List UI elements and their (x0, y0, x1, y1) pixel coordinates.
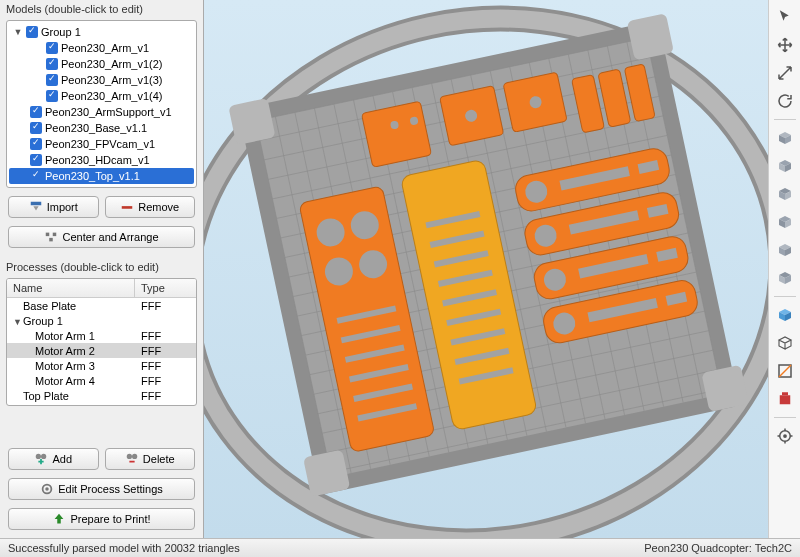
rotate-tool[interactable] (772, 88, 798, 114)
tree-item[interactable]: Peon230_Arm_v1(3) (9, 72, 194, 88)
delete-icon (125, 452, 139, 466)
button-label: Edit Process Settings (58, 483, 163, 495)
cell-type: FFF (135, 390, 196, 402)
center-arrange-button[interactable]: Center and Arrange (8, 226, 195, 248)
checkbox-icon[interactable] (46, 74, 58, 86)
button-label: Remove (138, 201, 179, 213)
col-type[interactable]: Type (135, 279, 196, 297)
view-side[interactable] (772, 181, 798, 207)
table-row[interactable]: Motor Arm 1FFF (7, 328, 196, 343)
edit-process-button[interactable]: Edit Process Settings (8, 478, 195, 500)
shade-normals[interactable] (772, 302, 798, 328)
svg-rect-7 (39, 461, 44, 463)
cell-name: Motor Arm 2 (7, 345, 135, 357)
cell-name: Motor Arm 4 (7, 375, 135, 387)
select-tool[interactable] (772, 4, 798, 30)
svg-rect-17 (228, 98, 275, 145)
view-iso-1[interactable] (772, 209, 798, 235)
table-head: Name Type (7, 279, 196, 298)
checkbox-icon[interactable] (30, 122, 42, 134)
col-name[interactable]: Name (7, 279, 135, 297)
scale-tool[interactable] (772, 60, 798, 86)
settings-tool[interactable] (772, 423, 798, 449)
svg-rect-21 (361, 101, 431, 167)
svg-rect-70 (782, 392, 788, 395)
delete-button[interactable]: Delete (105, 448, 196, 470)
table-row[interactable]: Top PlateFFF (7, 388, 196, 403)
cell-type: FFF (135, 360, 196, 372)
remove-button[interactable]: Remove (105, 196, 196, 218)
view-iso-3[interactable] (772, 265, 798, 291)
svg-rect-2 (53, 233, 57, 237)
separator (774, 296, 796, 297)
processes-panel-title: Processes (double-click to edit) (0, 258, 203, 276)
tree-item[interactable]: Peon230_Arm_v1(2) (9, 56, 194, 72)
import-button[interactable]: Import (8, 196, 99, 218)
tree-item-label: Peon230_FPVcam_v1 (45, 138, 155, 150)
button-label: Add (52, 453, 72, 465)
checkbox-icon[interactable] (46, 42, 58, 54)
left-panel: Models (double-click to edit) ▼ Group 1 … (0, 0, 203, 538)
checkbox-icon[interactable] (46, 58, 58, 70)
tree-item[interactable]: Peon230_FPVcam_v1 (9, 136, 194, 152)
svg-point-72 (783, 434, 787, 438)
table-row-selected[interactable]: Motor Arm 2FFF (7, 343, 196, 358)
svg-point-12 (45, 487, 49, 491)
cell-type: FFF (135, 330, 196, 342)
cell-name: Motor Arm 1 (7, 330, 135, 342)
svg-rect-1 (46, 233, 50, 237)
svg-rect-0 (122, 206, 133, 209)
checkbox-icon[interactable] (30, 154, 42, 166)
3d-viewport[interactable] (203, 0, 768, 538)
show-machine[interactable] (772, 386, 798, 412)
cell-name: Motor Arm 3 (7, 360, 135, 372)
move-tool[interactable] (772, 32, 798, 58)
tree-item[interactable]: Peon230_Base_v1.1 (9, 120, 194, 136)
svg-rect-20 (701, 365, 748, 412)
svg-point-4 (36, 454, 41, 459)
status-right: Peon230 Quadcopter: Tech2C (644, 542, 792, 554)
checkbox-icon[interactable] (30, 170, 42, 182)
shade-wireframe[interactable] (772, 330, 798, 356)
view-front[interactable] (772, 153, 798, 179)
tree-item-label: Peon230_Arm_v1(3) (61, 74, 163, 86)
tree-item[interactable]: Peon230_ArmSupport_v1 (9, 104, 194, 120)
view-iso-2[interactable] (772, 237, 798, 263)
tree-item-label: Peon230_Top_v1.1 (45, 170, 140, 182)
import-icon (29, 200, 43, 214)
svg-rect-18 (627, 13, 674, 60)
status-bar: Successfully parsed model with 20032 tri… (0, 538, 800, 557)
cell-type: FFF (135, 375, 196, 387)
prepare-print-button[interactable]: Prepare to Print! (8, 508, 195, 530)
view-top[interactable] (772, 125, 798, 151)
checkbox-icon[interactable] (30, 138, 42, 150)
svg-point-8 (127, 454, 132, 459)
models-panel-title: Models (double-click to edit) (0, 0, 203, 18)
cell-type: FFF (135, 345, 196, 357)
table-row[interactable]: ▼Group 1 (7, 313, 196, 328)
tree-item-selected[interactable]: Peon230_Top_v1.1 (9, 168, 194, 184)
chevron-down-icon[interactable]: ▼ (13, 27, 23, 37)
table-row[interactable]: Base PlateFFF (7, 298, 196, 313)
tree-group-label: Group 1 (41, 26, 81, 38)
checkbox-icon[interactable] (46, 90, 58, 102)
table-row[interactable]: Motor Arm 4FFF (7, 373, 196, 388)
checkbox-icon[interactable] (26, 26, 38, 38)
svg-point-9 (132, 454, 137, 459)
separator (774, 119, 796, 120)
cell-type: FFF (135, 300, 196, 312)
tree-group[interactable]: ▼ Group 1 (9, 24, 194, 40)
tree-item-label: Peon230_Base_v1.1 (45, 122, 147, 134)
remove-icon (120, 200, 134, 214)
table-row[interactable]: Motor Arm 3FFF (7, 358, 196, 373)
tree-item[interactable]: Peon230_HDcam_v1 (9, 152, 194, 168)
cross-section[interactable] (772, 358, 798, 384)
models-tree[interactable]: ▼ Group 1 Peon230_Arm_v1 Peon230_Arm_v1(… (6, 20, 197, 188)
checkbox-icon[interactable] (30, 106, 42, 118)
processes-table[interactable]: Name Type Base PlateFFF ▼Group 1 Motor A… (6, 278, 197, 406)
chevron-down-icon[interactable]: ▼ (13, 317, 23, 327)
add-button[interactable]: Add (8, 448, 99, 470)
tree-item[interactable]: Peon230_Arm_v1 (9, 40, 194, 56)
tree-item-label: Peon230_Arm_v1(2) (61, 58, 163, 70)
tree-item[interactable]: Peon230_Arm_v1(4) (9, 88, 194, 104)
